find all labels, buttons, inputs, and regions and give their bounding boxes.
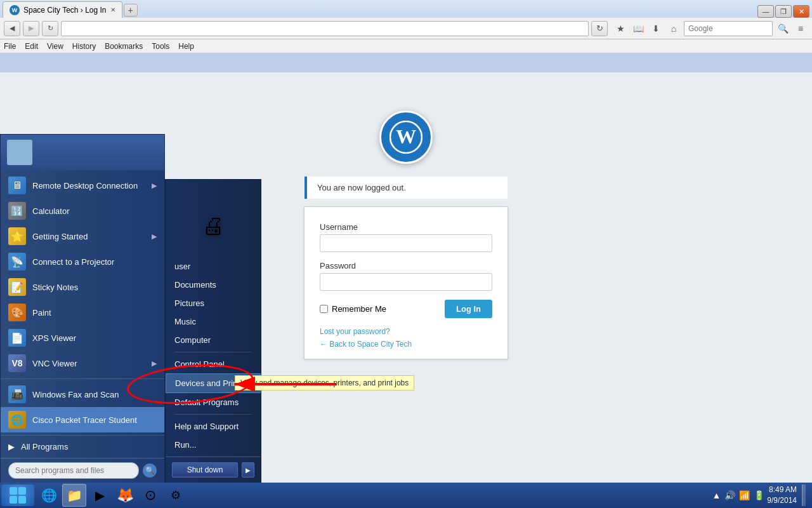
maximize-button[interactable]: ❐: [775, 5, 792, 18]
sound-tray-icon[interactable]: 🔊: [724, 490, 735, 500]
user-avatar: [7, 140, 32, 165]
search-go-icon[interactable]: 🔍: [775, 21, 790, 36]
menu-icon[interactable]: ≡: [793, 21, 808, 36]
refresh-go-button[interactable]: ↻: [591, 21, 608, 36]
lost-password-anchor[interactable]: Lost your password?: [320, 327, 390, 336]
right-panel-items: user Documents Pictures Music Computer C…: [166, 255, 261, 457]
menu-file[interactable]: File: [4, 42, 16, 51]
right-item-run[interactable]: Run...: [166, 436, 261, 454]
right-panel-bottom: Shut down ▶: [166, 457, 261, 483]
sidebar-item-getting-started[interactable]: ⭐ Getting Started ▶: [1, 224, 164, 249]
getting-started-arrow: ▶: [152, 232, 157, 241]
username-input[interactable]: [320, 234, 492, 252]
taskbar-media-icon[interactable]: ▶: [88, 484, 112, 507]
program-search-button[interactable]: 🔍: [143, 464, 157, 478]
xps-viewer-icon: 📄: [8, 329, 26, 347]
taskbar-explorer-icon[interactable]: 📁: [62, 484, 86, 507]
sidebar-item-remote-desktop[interactable]: 🖥 Remote Desktop Connection ▶: [1, 173, 164, 198]
all-programs-icon: ▶: [8, 442, 15, 451]
menu-bar: File Edit View History Bookmarks Tools H…: [0, 39, 812, 53]
system-tray: ▲ 🔊 📶 🔋: [712, 490, 764, 500]
login-row: Remember Me Log In: [320, 300, 492, 318]
back-link-anchor[interactable]: ← Back to Space City Tech: [320, 340, 412, 349]
home-icon[interactable]: ⌂: [666, 21, 681, 36]
remember-me-checkbox[interactable]: [320, 305, 328, 313]
login-button[interactable]: Log In: [445, 300, 492, 318]
right-item-pictures[interactable]: Pictures: [166, 294, 261, 312]
start-button[interactable]: [1, 485, 34, 506]
close-button[interactable]: ✕: [793, 5, 809, 18]
sidebar-item-xps-viewer[interactable]: 📄 XPS Viewer: [1, 325, 164, 351]
sticky-notes-icon: 📝: [8, 278, 26, 296]
right-item-help-support[interactable]: Help and Support: [166, 417, 261, 436]
fax-scan-icon: 📠: [8, 385, 26, 403]
back-to-site-link: ← Back to Space City Tech: [320, 340, 492, 349]
calculator-icon: 🔢: [8, 202, 26, 220]
sidebar-item-cisco[interactable]: 🌐 Cisco Packet Tracer Student: [1, 407, 164, 432]
search-input[interactable]: [684, 21, 773, 36]
download-icon[interactable]: ⬇: [648, 21, 664, 36]
minimize-button[interactable]: —: [757, 5, 774, 18]
tab-label: Space City Tech › Log In: [23, 6, 107, 15]
address-bar-container: spacecitytech.com/blog/wp-login.php?logg…: [61, 21, 608, 36]
right-item-control-panel[interactable]: Control Panel: [166, 355, 261, 373]
password-label: Password: [320, 261, 492, 271]
printer-image: 🖨: [188, 204, 239, 248]
right-item-music[interactable]: Music: [166, 312, 261, 331]
bookmark-star-icon[interactable]: ★: [613, 21, 628, 36]
sidebar-item-sticky-notes[interactable]: 📝 Sticky Notes: [1, 274, 164, 300]
menu-tools[interactable]: Tools: [152, 42, 169, 51]
sidebar-item-all-programs[interactable]: ▶ All Programs: [1, 438, 164, 455]
window-controls: — ❐ ✕: [757, 5, 809, 18]
sidebar-item-fax-scan[interactable]: 📠 Windows Fax and Scan: [1, 382, 164, 407]
password-input[interactable]: [320, 273, 492, 291]
right-item-documents[interactable]: Documents: [166, 276, 261, 294]
back-button[interactable]: ◀: [4, 21, 20, 36]
sidebar-item-calculator[interactable]: 🔢 Calculator: [1, 198, 164, 224]
remote-desktop-label: Remote Desktop Connection: [32, 181, 138, 190]
refresh-button[interactable]: ↻: [42, 21, 58, 36]
show-desktop-button[interactable]: [802, 485, 806, 506]
active-tab[interactable]: W Space City Tech › Log In ✕: [3, 1, 122, 18]
taskbar-firefox-icon[interactable]: 🦊: [113, 484, 137, 507]
fax-scan-label: Windows Fax and Scan: [32, 390, 119, 399]
taskbar-ie-icon[interactable]: 🌐: [37, 484, 61, 507]
password-field: Password: [320, 261, 492, 291]
menu-help[interactable]: Help: [178, 42, 194, 51]
right-item-computer[interactable]: Computer: [166, 331, 261, 349]
address-bar[interactable]: spacecitytech.com/blog/wp-login.php?logg…: [61, 21, 589, 36]
windows-logo-icon: [9, 486, 27, 504]
menu-history[interactable]: History: [72, 42, 96, 51]
tab-close-button[interactable]: ✕: [110, 6, 115, 13]
program-search-input[interactable]: [8, 462, 139, 479]
getting-started-icon: ⭐: [8, 227, 26, 245]
clock-display[interactable]: 8:49 AM 9/9/2014: [767, 485, 797, 506]
right-item-user[interactable]: user: [166, 257, 261, 276]
right-panel: 🖨 user Documents Pictures Music Computer…: [165, 179, 261, 483]
calculator-label: Calculator: [32, 206, 70, 216]
forward-button[interactable]: ▶: [23, 21, 39, 36]
network-icon[interactable]: 📶: [739, 490, 750, 500]
shutdown-button[interactable]: Shut down: [172, 462, 238, 478]
right-item-default-programs[interactable]: Default Programs: [166, 393, 261, 411]
shutdown-options-button[interactable]: ▶: [242, 462, 254, 478]
username-label: Username: [320, 222, 492, 232]
clock-date: 9/9/2014: [767, 495, 797, 506]
new-tab-button[interactable]: +: [124, 4, 138, 17]
menu-bookmarks[interactable]: Bookmarks: [105, 42, 143, 51]
taskbar-chrome-icon[interactable]: ⊙: [138, 484, 162, 507]
taskbar-pinned-icons: 🌐 📁 ▶ 🦊 ⊙ ⚙: [37, 484, 188, 507]
vnc-viewer-label: VNC Viewer: [32, 359, 77, 368]
projector-label: Connect to a Projector: [32, 257, 114, 267]
projector-icon: 📡: [8, 253, 26, 271]
login-box: Username Password Remember Me Log In Los…: [304, 206, 508, 359]
remember-me-row: Remember Me: [320, 304, 386, 314]
taskbar-extra-icon[interactable]: ⚙: [164, 484, 188, 507]
menu-view[interactable]: View: [47, 42, 63, 51]
lost-password-link: Lost your password?: [320, 327, 492, 336]
reading-list-icon[interactable]: 📖: [631, 21, 646, 36]
sidebar-item-paint[interactable]: 🎨 Paint: [1, 300, 164, 325]
sidebar-item-projector[interactable]: 📡 Connect to a Projector: [1, 249, 164, 274]
menu-edit[interactable]: Edit: [25, 42, 38, 51]
sidebar-item-vnc-viewer[interactable]: V8 VNC Viewer ▶: [1, 351, 164, 376]
